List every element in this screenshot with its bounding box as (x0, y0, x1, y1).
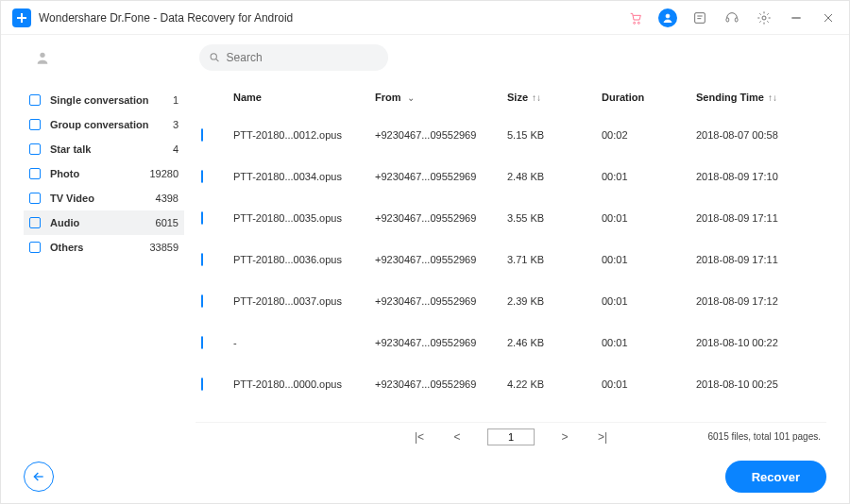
sidebar-item-count: 4 (173, 143, 178, 155)
search-input[interactable] (227, 51, 379, 64)
cart-icon[interactable] (626, 8, 645, 27)
cell-from: +9230467...09552969 (375, 129, 507, 141)
cell-from: +9230467...09552969 (375, 254, 507, 265)
col-header-from[interactable]: From ⌄ (375, 92, 507, 103)
recover-button[interactable]: Recover (725, 461, 826, 493)
toolbar-row (1, 35, 849, 80)
cell-size: 5.15 KB (507, 129, 602, 141)
svg-rect-8 (726, 18, 729, 22)
sidebar-item-others[interactable]: Others 33859 (24, 235, 184, 260)
checkbox[interactable] (29, 217, 41, 228)
pager-last-icon[interactable]: >| (595, 430, 610, 444)
sidebar-item-label: Photo (50, 168, 149, 179)
cell-from: +9230467...09552969 (375, 337, 507, 348)
svg-point-3 (638, 22, 639, 24)
cell-duration: 00:01 (602, 337, 696, 348)
cell-size: 4.22 KB (507, 378, 602, 390)
checkbox[interactable] (29, 94, 41, 106)
settings-icon[interactable] (755, 8, 774, 27)
col-header-name[interactable]: Name (233, 92, 375, 103)
table-row[interactable]: PTT-20180...0000.opus +9230467...0955296… (196, 363, 826, 405)
sidebar-item-label: Audio (50, 217, 156, 228)
app-window: Wondershare Dr.Fone - Data Recovery for … (0, 0, 850, 504)
svg-point-2 (634, 22, 636, 24)
sidebar-item-label: TV Video (50, 193, 156, 204)
search-icon (209, 51, 221, 64)
cell-from: +9230467...09552969 (375, 212, 507, 224)
pager-next-icon[interactable]: > (557, 430, 572, 444)
pager-prev-icon[interactable]: < (450, 430, 465, 444)
table-row[interactable]: PTT-20180...0036.opus +9230467...0955296… (196, 239, 826, 280)
row-checkbox[interactable] (201, 253, 203, 266)
feedback-icon[interactable] (690, 8, 709, 27)
col-header-size[interactable]: Size ↑↓ (507, 92, 602, 103)
sidebar-item-group-conversation[interactable]: Group conversation 3 (24, 112, 184, 137)
checkbox[interactable] (29, 242, 41, 253)
svg-point-14 (40, 53, 44, 58)
cell-size: 3.55 KB (507, 212, 602, 224)
sidebar-item-count: 19280 (149, 168, 178, 179)
table-row[interactable]: PTT-20180...0037.opus +9230467...0955296… (196, 280, 826, 322)
sidebar-item-tv-video[interactable]: TV Video 4398 (24, 186, 184, 210)
cell-size: 2.48 KB (507, 171, 602, 182)
table-row[interactable]: - +9230467...09552969 2.46 KB 00:01 2018… (196, 322, 826, 363)
checkbox[interactable] (29, 143, 41, 155)
svg-rect-1 (17, 17, 26, 19)
titlebar: Wondershare Dr.Fone - Data Recovery for … (1, 1, 849, 35)
sidebar-item-photo[interactable]: Photo 19280 (24, 161, 184, 186)
user-icon[interactable] (658, 8, 677, 27)
row-checkbox[interactable] (201, 378, 203, 391)
support-icon[interactable] (722, 8, 741, 27)
sidebar-item-single-conversation[interactable]: Single conversation 1 (24, 88, 184, 112)
table-row[interactable]: PTT-20180...0012.opus +9230467...0955296… (196, 114, 826, 156)
cell-from: +9230467...09552969 (375, 295, 507, 307)
cell-name: PTT-20180...0034.opus (233, 171, 375, 182)
back-button[interactable] (24, 462, 54, 492)
sidebar-item-label: Group conversation (50, 119, 173, 130)
row-checkbox[interactable] (201, 294, 203, 308)
titlebar-icons (626, 8, 838, 27)
search-box[interactable] (199, 44, 388, 71)
cell-name: - (233, 337, 375, 348)
cell-from: +9230467...09552969 (375, 171, 507, 182)
cell-duration: 00:02 (602, 129, 696, 141)
col-header-duration[interactable]: Duration (602, 92, 696, 103)
table-row[interactable]: PTT-20180...0035.opus +9230467...0955296… (196, 197, 826, 239)
sidebar-item-label: Others (50, 242, 149, 253)
pager-first-icon[interactable]: |< (412, 430, 427, 444)
sidebar-item-count: 6015 (156, 217, 178, 228)
cell-name: PTT-20180...0035.opus (233, 212, 375, 224)
cell-sending-time: 2018-08-09 17:10 (696, 171, 821, 182)
checkbox[interactable] (29, 119, 41, 130)
cell-size: 2.39 KB (507, 295, 602, 307)
pager: |< < > >| 6015 files, total 101 pages. (196, 422, 826, 450)
cell-duration: 00:01 (602, 212, 696, 224)
sidebar: Single conversation 1 Group conversation… (24, 80, 184, 450)
sidebar-item-audio[interactable]: Audio 6015 (24, 210, 184, 235)
row-checkbox[interactable] (201, 170, 203, 183)
profile-icon[interactable] (33, 48, 52, 67)
row-checkbox[interactable] (201, 211, 203, 225)
checkbox[interactable] (29, 168, 41, 179)
pager-page-input[interactable] (487, 428, 535, 445)
close-icon[interactable] (819, 8, 838, 27)
row-checkbox[interactable] (201, 128, 203, 142)
main-content: Single conversation 1 Group conversation… (1, 80, 849, 450)
sidebar-item-count: 4398 (156, 193, 178, 204)
col-header-sending-time[interactable]: Sending Time ↑↓ (696, 92, 821, 103)
checkbox[interactable] (29, 193, 41, 204)
cell-duration: 00:01 (602, 378, 696, 390)
app-logo (12, 8, 31, 27)
sidebar-item-star-talk[interactable]: Star talk 4 (24, 137, 184, 161)
row-checkbox[interactable] (201, 336, 203, 349)
minimize-icon[interactable] (787, 8, 806, 27)
file-table: Name From ⌄ Size ↑↓ Duration Sending Tim… (196, 80, 826, 450)
cell-sending-time: 2018-08-09 17:11 (696, 254, 821, 265)
svg-rect-5 (695, 12, 706, 23)
table-row[interactable]: PTT-20180...0034.opus +9230467...0955296… (196, 156, 826, 197)
col-header-size-label: Size (507, 92, 528, 103)
cell-sending-time: 2018-08-09 17:12 (696, 295, 821, 307)
table-header: Name From ⌄ Size ↑↓ Duration Sending Tim… (196, 80, 826, 114)
svg-point-10 (762, 16, 766, 20)
sidebar-item-label: Single conversation (50, 94, 173, 106)
